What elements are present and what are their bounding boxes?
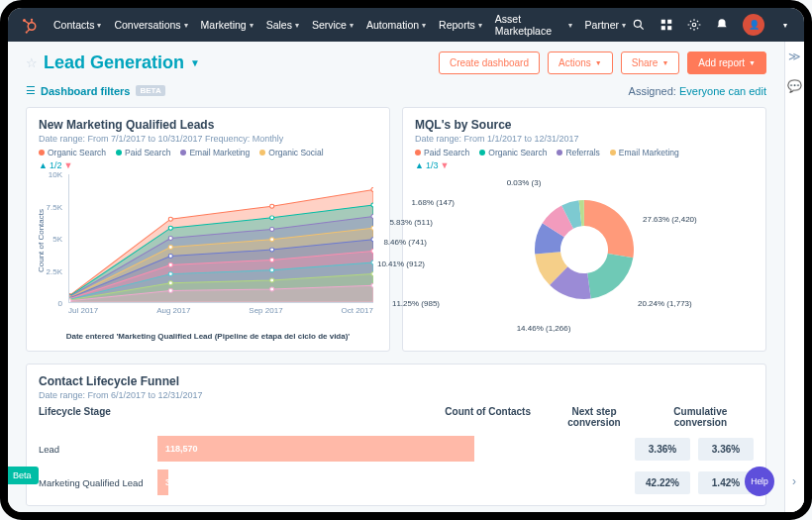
svg-point-28: [270, 238, 274, 242]
nav-item-asset-marketplace[interactable]: Asset Marketplace▾: [489, 9, 578, 41]
widget-subtitle: Date range: From 7/1/2017 to 10/31/2017 …: [39, 134, 377, 144]
next-conversion: 42.22%: [635, 471, 690, 494]
svg-point-31: [168, 255, 172, 259]
widget-title: New Marketing Qualified Leads: [39, 118, 377, 132]
dashboard-filters-link[interactable]: Dashboard filters: [41, 85, 130, 97]
slice-label: 10.41% (912): [377, 260, 425, 268]
legend-item: Organic Social: [259, 148, 323, 157]
comments-icon[interactable]: 💬: [787, 79, 802, 93]
slice-label: 11.25% (985): [392, 299, 440, 308]
svg-point-17: [371, 187, 373, 191]
legend-item: Organic Search: [39, 148, 106, 157]
assigned-link[interactable]: Everyone can edit: [679, 85, 766, 97]
assigned-label: Assigned: Everyone can edit: [629, 85, 766, 97]
widget-subtitle: Date range: From 6/1/2017 to 12/31/2017: [39, 390, 754, 400]
nav-item-automation[interactable]: Automation▾: [360, 9, 432, 41]
widget-funnel: Contact Lifecycle Funnel Date range: Fro…: [26, 364, 766, 506]
svg-point-29: [371, 226, 373, 230]
svg-point-37: [371, 249, 373, 253]
beta-flag-button[interactable]: Beta: [6, 467, 39, 484]
create-dashboard-button[interactable]: Create dashboard: [439, 52, 540, 74]
y-tick: 5K: [52, 235, 62, 244]
widget-pager[interactable]: ▲1/2▼: [39, 160, 377, 170]
marketplace-icon[interactable]: [660, 18, 673, 32]
legend-item: Paid Search: [415, 148, 469, 157]
y-tick: 10K: [49, 170, 62, 179]
svg-point-48: [270, 287, 274, 291]
actions-button[interactable]: Actions▼: [548, 52, 613, 74]
svg-point-23: [168, 237, 172, 241]
svg-point-7: [634, 20, 641, 27]
funnel-stage: Lead: [39, 444, 157, 455]
slice-label: 20.24% (1,773): [638, 299, 692, 308]
nav-item-contacts[interactable]: Contacts▾: [48, 9, 107, 41]
y-tick: 7.5K: [47, 202, 62, 211]
svg-point-35: [168, 263, 172, 267]
nav-item-sales[interactable]: Sales▾: [260, 9, 305, 41]
legend-item: Email Marketing: [180, 148, 250, 157]
slice-label: 1.68% (147): [411, 198, 455, 207]
search-icon[interactable]: [632, 18, 646, 32]
cumulative-conversion: 3.36%: [698, 438, 754, 461]
slice-label: 14.46% (1,266): [517, 324, 571, 333]
funnel-row: Lead118,5703.36%3.36%: [39, 436, 754, 462]
gear-icon[interactable]: [687, 18, 701, 32]
legend-item: Email Marketing: [610, 148, 679, 157]
svg-point-20: [270, 216, 274, 220]
col-header: Cumulative conversion: [648, 406, 754, 428]
page-header: ☆ Lead Generation ▼ Create dashboard Act…: [26, 52, 766, 74]
beta-badge: BETA: [136, 85, 164, 96]
filter-icon[interactable]: ☰: [26, 84, 36, 97]
svg-point-25: [371, 215, 373, 219]
svg-point-21: [371, 203, 373, 207]
widget-mql-source: MQL's by Source Date range: From 1/1/201…: [402, 107, 766, 352]
help-button[interactable]: Help: [745, 467, 774, 496]
nav-item-conversations[interactable]: Conversations▾: [108, 9, 193, 41]
svg-line-5: [28, 30, 30, 32]
svg-point-39: [168, 272, 172, 276]
svg-point-4: [31, 19, 33, 21]
chart-legend: Organic SearchPaid SearchEmail Marketing…: [39, 148, 377, 157]
svg-rect-11: [661, 26, 665, 30]
next-page-icon[interactable]: ›: [792, 474, 796, 488]
svg-point-33: [371, 238, 373, 242]
legend-item: Organic Search: [479, 148, 547, 157]
funnel-bar: 3,984: [157, 469, 474, 495]
svg-point-45: [371, 272, 373, 276]
nav-item-marketing[interactable]: Marketing▾: [195, 9, 259, 41]
add-report-button[interactable]: Add report▼: [687, 52, 766, 74]
svg-rect-12: [667, 26, 671, 30]
avatar[interactable]: 👤: [743, 14, 764, 36]
bell-icon[interactable]: [715, 18, 729, 32]
x-axis-title: Date entered 'Marketing Qualified Lead (…: [39, 332, 377, 341]
svg-point-47: [168, 288, 172, 292]
y-tick: 0: [58, 299, 62, 308]
widget-title: Contact Lifecycle Funnel: [39, 374, 754, 388]
page-title: Lead Generation: [44, 52, 184, 73]
donut-chart: 27.63% (2,420)20.24% (1,773)14.46% (1,26…: [415, 170, 754, 329]
svg-point-46: [69, 299, 71, 302]
hubspot-logo-icon[interactable]: [20, 16, 38, 34]
col-header: Lifecycle Stage: [39, 406, 435, 428]
title-dropdown-icon[interactable]: ▼: [190, 57, 200, 68]
nav-item-partner[interactable]: Partner▾: [579, 9, 632, 41]
sub-bar: ☰ Dashboard filters BETA Assigned: Every…: [26, 84, 766, 97]
chevron-down-icon[interactable]: ▾: [778, 18, 792, 32]
share-button[interactable]: Share▼: [621, 52, 680, 74]
svg-point-16: [270, 204, 274, 208]
funnel-bar: 118,570: [157, 436, 474, 462]
nav-item-reports[interactable]: Reports▾: [433, 9, 488, 41]
svg-rect-10: [667, 20, 671, 24]
svg-rect-9: [661, 20, 665, 24]
svg-point-49: [371, 283, 373, 287]
x-tick: Sep 2017: [249, 306, 282, 315]
collapse-rail-icon[interactable]: ≫: [788, 50, 801, 63]
widget-title: MQL's by Source: [415, 118, 754, 132]
widget-pager[interactable]: ▲1/3▼: [415, 160, 754, 170]
svg-point-44: [270, 278, 274, 282]
star-icon[interactable]: ☆: [26, 55, 38, 70]
x-tick: Aug 2017: [156, 306, 190, 315]
widget-subtitle: Date range: From 1/1/2017 to 12/31/2017: [415, 134, 754, 144]
y-tick: 2.5K: [47, 266, 62, 275]
nav-item-service[interactable]: Service▾: [306, 9, 359, 41]
